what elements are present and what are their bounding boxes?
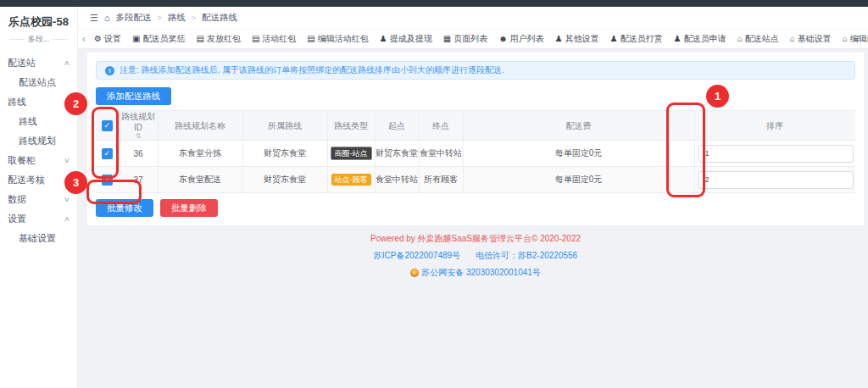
telecom-license-link[interactable]: 电信许可：苏B2-20220556 (476, 251, 577, 260)
home-icon: ⌂ (843, 35, 848, 43)
tab-label: 配送员打赏 (620, 33, 663, 45)
icp-link[interactable]: 苏ICP备2022007489号 (374, 251, 460, 260)
tab-label: 发放红包 (207, 33, 241, 45)
tab-delivery-station-point[interactable]: ⌂ 配送站点 (737, 33, 779, 45)
tab-label: 其他设置 (565, 33, 599, 45)
tab-bar: ‹ ⚙ 设置 ▣ 配送员奖惩 ▤ 发放红包 ▤ 活动红包 ▤ 编辑活动红包 (78, 29, 868, 49)
sidebar-item-data[interactable]: 数据 ∨ (0, 190, 77, 209)
batch-delete-button[interactable]: 批量删除 (160, 199, 218, 217)
person-icon: ♟ (674, 35, 682, 43)
tab-label: 活动红包 (262, 33, 296, 45)
sidebar-item-label: 路线 (19, 115, 37, 128)
home-icon: ⌂ (104, 13, 110, 23)
cell-end: 所有顾客 (419, 167, 463, 193)
tab-courier-rewards[interactable]: ▣ 配送员奖惩 (132, 33, 185, 45)
sort-order-input[interactable] (698, 145, 854, 163)
person-icon: ♟ (380, 35, 387, 43)
app-shell: 乐点校园-58 多段... 配送站 ∧ 配送站点 路线 ∧ 路线 路线规划 取餐… (0, 7, 868, 388)
column-header-route: 所属路线 (242, 111, 327, 141)
tab-courier-apply[interactable]: ♟ 配送员申请 (674, 33, 726, 45)
cell-sort (694, 141, 855, 167)
notice-text: 注意: 路线添加配送路线后, 属于该路线的订单将按照绑定的配送路线排序由小到大的… (120, 64, 504, 76)
sidebar-item-route-group[interactable]: 路线 ∧ (0, 92, 77, 112)
row-checkbox[interactable]: ✓ (102, 175, 113, 186)
sidebar-item-pickup-cabinet[interactable]: 取餐柜 ∨ (0, 151, 77, 170)
cell-route: 财贸东食堂 (242, 141, 327, 167)
chevron-up-icon: ∧ (64, 59, 70, 67)
tab-label: 用户列表 (510, 33, 544, 45)
tab-label: 配送员申请 (684, 33, 726, 45)
info-icon: i (105, 66, 114, 75)
sidebar-item-label: 基础设置 (19, 232, 56, 245)
breadcrumb-item[interactable]: 路线 (168, 12, 186, 24)
sort-order-input[interactable] (698, 171, 854, 189)
tab-label: 页面列表 (453, 33, 487, 45)
breadcrumb-item[interactable]: 多段配送 (116, 12, 152, 24)
routes-table: ✓ 路线规划ID ⇅ 路线规划名称 所属路线 路线类型 起点 终点 配送费 (96, 110, 855, 193)
cell-id: 36 (119, 141, 158, 167)
tab-label: 基础设置 (798, 33, 832, 45)
tab-page-list[interactable]: ▦ 页面列表 (443, 33, 487, 45)
sort-icon[interactable]: ⇅ (120, 133, 158, 140)
sidebar-item-label: 路线 (8, 96, 26, 108)
tab-courier-tips[interactable]: ♟ 配送员打赏 (610, 33, 663, 45)
batch-actions: 批量修改 批量删除 (96, 199, 855, 217)
table-row: ✓ 37 东食堂配送 财贸东食堂 站点-顾客 食堂中转站 所有顾客 每单固定0元 (96, 167, 855, 193)
breadcrumb-separator: > (158, 14, 162, 22)
table-row: ✓ 36 东食堂分拣 财贸东食堂 商圈-站点 财贸东食堂 食堂中转站 每单固定0… (96, 141, 855, 167)
tabs-scroll-left-icon[interactable]: ‹ (81, 33, 86, 45)
chevron-up-icon: ∧ (64, 98, 70, 106)
tab-activity-redpacket[interactable]: ▤ 活动红包 (252, 33, 296, 45)
sidebar-item-settings[interactable]: 设置 ∧ (0, 209, 77, 229)
batch-edit-button[interactable]: 批量修改 (96, 199, 153, 217)
column-header-id[interactable]: 路线规划ID ⇅ (119, 111, 158, 141)
column-header-end: 终点 (419, 111, 463, 141)
sidebar-item-basic-settings[interactable]: 基础设置 (0, 229, 77, 248)
redpacket-icon: ▤ (252, 35, 259, 43)
tab-settings[interactable]: ⚙ 设置 (94, 33, 121, 45)
sidebar-item-route[interactable]: 路线 (0, 112, 77, 131)
medal-icon: ▣ (132, 35, 140, 43)
gear-icon: ⚙ (94, 35, 102, 43)
cell-start: 财贸东食堂 (375, 141, 419, 167)
sidebar-collapse-icon[interactable]: ☰ (90, 13, 98, 24)
sidebar-item-station-point[interactable]: 配送站点 (0, 73, 77, 92)
tab-label: 提成及提现 (390, 33, 432, 45)
security-record-link[interactable]: 苏公网安备 32030302001041号 (421, 267, 541, 279)
home-icon: ⌂ (737, 35, 743, 43)
tab-user-list[interactable]: ☻ 用户列表 (498, 33, 544, 45)
tab-commission-withdraw[interactable]: ♟ 提成及提现 (380, 33, 432, 45)
tab-other-settings[interactable]: ♟ 其他设置 (555, 33, 599, 45)
tab-label: 设置 (104, 33, 121, 45)
chevron-down-icon: ∨ (64, 157, 70, 164)
sidebar-item-delivery-station[interactable]: 配送站 ∧ (0, 53, 77, 73)
person-icon: ♟ (610, 35, 618, 43)
sidebar-item-label: 取餐柜 (8, 154, 36, 167)
cell-type: 站点-顾客 (327, 167, 375, 193)
add-route-button[interactable]: 添加配送路线 (96, 87, 171, 105)
select-all-checkbox[interactable]: ✓ (102, 120, 113, 131)
tab-label: 编辑活动红包 (318, 33, 369, 45)
tab-label: 配送员奖惩 (142, 33, 185, 45)
chevron-down-icon: ∨ (64, 176, 70, 184)
powered-by-text: Powered by 外卖跑腿SaaS服务管理云平台© 2020-2022 (87, 233, 864, 245)
cell-name: 东食堂配送 (158, 167, 242, 193)
sidebar-item-label: 配送考核 (8, 174, 45, 186)
sidebar: 乐点校园-58 多段... 配送站 ∧ 配送站点 路线 ∧ 路线 路线规划 取餐… (0, 7, 78, 388)
breadcrumb: ☰ ⌂ 多段配送 > 路线 > 配送路线 (78, 7, 868, 29)
tab-edit-station[interactable]: ⌂ 编辑配送站 (843, 33, 868, 45)
breadcrumb-separator: > (192, 14, 196, 22)
redpacket-icon: ▤ (196, 35, 203, 43)
sidebar-item-route-plan[interactable]: 路线规划 (0, 131, 77, 151)
tab-basic-settings[interactable]: ⌂ 基础设置 (790, 33, 832, 45)
breadcrumb-item-current: 配送路线 (202, 12, 237, 24)
route-type-badge: 站点-顾客 (331, 174, 371, 186)
public-security-emblem-icon (410, 269, 419, 277)
tab-edit-activity-redpacket[interactable]: ▤ 编辑活动红包 (307, 33, 368, 45)
row-checkbox[interactable]: ✓ (102, 148, 113, 159)
sidebar-item-label: 数据 (8, 193, 26, 206)
sidebar-item-delivery-assessment[interactable]: 配送考核 ∨ (0, 170, 77, 190)
cell-end: 食堂中转站 (419, 141, 463, 167)
select-all-cell: ✓ (96, 111, 119, 141)
tab-send-redpacket[interactable]: ▤ 发放红包 (196, 33, 240, 45)
